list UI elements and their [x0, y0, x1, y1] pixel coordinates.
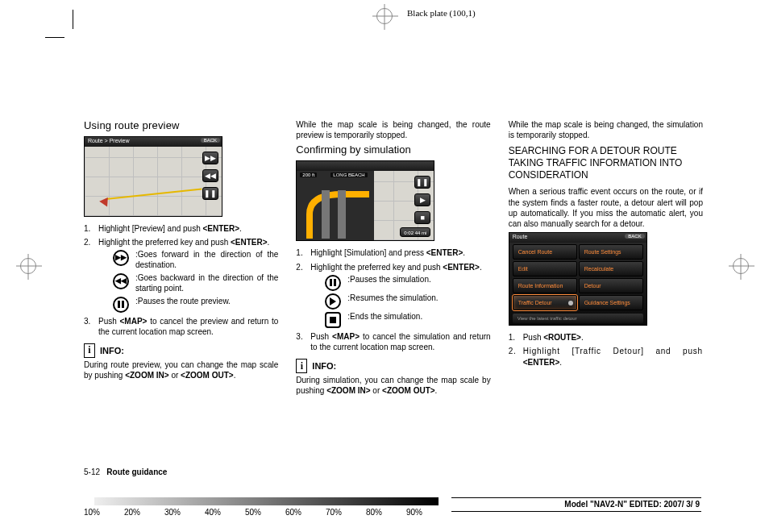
fig2-pause-button: ❚❚ — [414, 176, 430, 189]
pause-desc: :Pauses the route preview. — [135, 297, 278, 307]
tick-90: 90% — [406, 508, 447, 517]
icon-row-backward: ◀◀ :Goes backward in the direction of th… — [113, 273, 278, 294]
col1-step-1: Highlight [Preview] and push <ENTER>. — [84, 223, 278, 234]
tick-70: 70% — [326, 508, 366, 517]
figure-simulation-map: 200 ft LONG BEACH ❚❚ ▶ ■ 0:02 44 mi — [296, 160, 434, 241]
column-3: While the map scale is being changed, th… — [509, 119, 703, 400]
column-2: While the map scale is being changed, th… — [296, 119, 490, 400]
fig1-route-line — [106, 188, 202, 200]
icon-row-forward: ▶▶ :Goes forward in the direction of the… — [113, 250, 278, 271]
col2-step-2: Highlight the preferred key and push <EN… — [296, 262, 490, 328]
heading-searching-detour: SEARCHING FOR A DETOUR ROUTE TAKING TRAF… — [509, 145, 703, 181]
col1-steps: Highlight [Preview] and push <ENTER>. Hi… — [84, 223, 278, 337]
fig3-back-button: BACK — [625, 234, 644, 239]
fig2-junction-overlay — [297, 171, 374, 240]
figure-route-menu: Route BACK Cancel Route Route Settings E… — [509, 232, 647, 326]
tick-60: 60% — [285, 508, 326, 517]
fig3-menu-grid: Cancel Route Route Settings Edit Recalcu… — [513, 244, 643, 310]
fig1-back-button: BACK — [201, 138, 220, 143]
fig3-title: Route — [513, 234, 528, 239]
plate-label: Black plate (100,1) — [407, 8, 476, 18]
fig1-title: Route > Preview — [88, 138, 130, 143]
menu-route-information: Route Information — [513, 278, 577, 293]
forward-desc: :Goes forward in the direction of the de… — [135, 250, 278, 271]
fig2-scale: 200 ft — [300, 172, 317, 177]
fig3-titlebar: Route BACK — [509, 233, 646, 243]
density-gradient-bar — [84, 497, 439, 505]
registration-mark-top — [376, 8, 393, 24]
footer-model-edited: Model "NAV2-N" EDITED: 2007/ 3/ 9 — [564, 500, 700, 509]
sim-stop-desc: :Ends the simulation. — [347, 312, 490, 322]
sim-play-icon — [325, 293, 341, 310]
menu-traffic-detour: Traffic Detour — [513, 295, 577, 310]
col1-info-label: INFO: — [100, 346, 124, 355]
menu-cancel-route: Cancel Route — [513, 244, 577, 260]
icon-row-sim-play: :Resumes the simulation. — [325, 293, 490, 310]
density-tick-labels: 10% 20% 30% 40% 50% 60% 70% 80% 90% — [84, 508, 447, 517]
fig1-forward-button: ▶▶ — [202, 152, 218, 164]
tick-50: 50% — [245, 508, 285, 517]
sim-play-desc: :Resumes the simulation. — [347, 293, 490, 304]
pause-icon — [113, 297, 129, 313]
tick-20: 20% — [124, 508, 164, 517]
col3-top-para: While the map scale is being changed, th… — [509, 119, 703, 140]
info-icon: i — [84, 343, 95, 358]
col3-step-2: Highlight [Traffic Detour] and push <ENT… — [509, 346, 703, 367]
figure-route-preview-map: Route > Preview BACK ▶▶ ◀◀ ❚❚ — [84, 136, 222, 217]
sim-pause-icon — [325, 275, 341, 291]
icon-row-pause: :Pauses the route preview. — [113, 297, 278, 313]
footer-section-title: Route guidance — [106, 468, 167, 476]
col2-info-body: During simulation, you can change the ma… — [296, 375, 490, 396]
col3-steps: Push <ROUTE>. Highlight [Traffic Detour]… — [509, 332, 703, 368]
col2-info-header: i INFO: — [296, 359, 490, 373]
tick-30: 30% — [164, 508, 205, 517]
fig3-footer-hint: View the latest traffic detour — [513, 314, 643, 323]
fig1-titlebar: Route > Preview BACK — [85, 137, 222, 147]
sim-stop-icon — [325, 312, 341, 328]
fig1-pause-button: ❚❚ — [202, 187, 218, 200]
fig1-backward-button: ◀◀ — [202, 169, 218, 182]
sim-pause-desc: :Pauses the simulation. — [347, 275, 490, 285]
selection-dot-icon — [568, 301, 573, 305]
heading-confirming-simulation: Confirming by simulation — [296, 143, 490, 156]
fig2-time-distance: 0:02 44 mi — [400, 227, 430, 237]
icon-row-sim-stop: :Ends the simulation. — [325, 312, 490, 328]
menu-recalculate: Recalculate — [579, 261, 643, 276]
tick-10: 10% — [84, 508, 124, 517]
fig2-stop-button: ■ — [414, 211, 430, 224]
icon-row-sim-pause: :Pauses the simulation. — [325, 275, 490, 291]
footer-rule-bottom — [451, 511, 701, 512]
registration-mark-right — [733, 258, 749, 274]
backward-desc: :Goes backward in the direction of the s… — [135, 273, 278, 294]
col1-step-3: Push <MAP> to cancel the preview and ret… — [84, 316, 278, 337]
heading-using-route-preview: Using route preview — [84, 119, 278, 131]
column-1: Using route preview Route > Preview BACK… — [84, 119, 278, 400]
fig2-play-button: ▶ — [414, 193, 430, 206]
col3-body: When a serious traffic event occurs on t… — [509, 186, 703, 229]
menu-edit: Edit — [513, 261, 577, 276]
fig2-city: LONG BEACH — [330, 172, 367, 177]
col1-step-2: Highlight the preferred key and push <EN… — [84, 237, 278, 312]
info-icon: i — [296, 359, 307, 373]
page-content: Using route preview Route > Preview BACK… — [84, 119, 703, 400]
col2-top-para: While the map scale is being changed, th… — [296, 119, 490, 140]
forward-icon: ▶▶ — [113, 250, 129, 266]
fig2-titlebar — [297, 161, 434, 171]
col2-info-label: INFO: — [312, 361, 336, 371]
col2-steps: Highlight [Simulation] and press <ENTER>… — [296, 247, 490, 352]
col1-info-header: i INFO: — [84, 343, 278, 358]
col1-info-body: During route preview, you can change the… — [84, 360, 278, 380]
menu-route-settings: Route Settings — [579, 244, 643, 260]
col2-step-1: Highlight [Simulation] and press <ENTER>… — [296, 247, 490, 258]
footer-page-section: 5-12 Route guidance — [84, 468, 167, 476]
registration-mark-left — [20, 258, 36, 274]
backward-icon: ◀◀ — [113, 273, 129, 289]
menu-detour: Detour — [579, 278, 643, 293]
tick-40: 40% — [205, 508, 245, 517]
menu-guidance-settings: Guidance Settings — [579, 295, 643, 310]
fig1-car-icon — [99, 194, 112, 206]
footer-rule-top — [451, 497, 701, 498]
footer-page-num: 5-12 — [84, 468, 100, 476]
fig2-ramp-graphic — [301, 190, 369, 239]
col2-step-3: Push <MAP> to cancel the simulation and … — [296, 331, 490, 352]
